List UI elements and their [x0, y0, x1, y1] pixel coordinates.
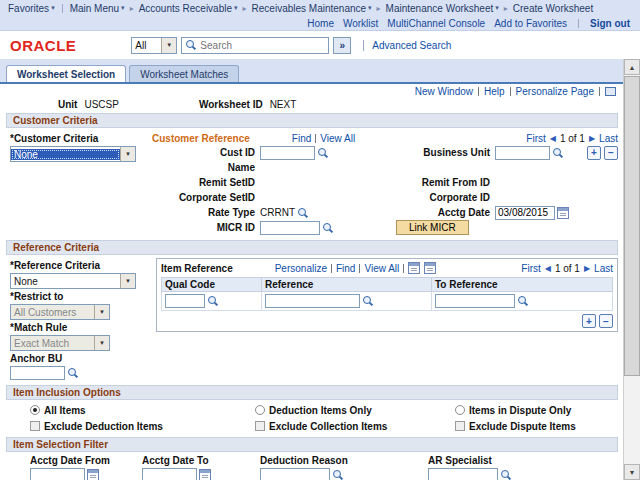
filter-labels-row: Acctg Date From Acctg Date To Deduction …: [0, 452, 640, 466]
acctg-date-from-input[interactable]: [30, 468, 85, 480]
first-link[interactable]: First: [521, 263, 540, 274]
customer-reference-title: Customer Reference: [152, 133, 250, 144]
new-window-link[interactable]: New Window: [415, 86, 473, 97]
breadcrumb-separator-icon: ▸: [377, 4, 381, 13]
add-row-button[interactable]: +: [587, 146, 601, 160]
previous-row-icon[interactable]: ◀: [545, 264, 551, 273]
last-link[interactable]: Last: [594, 263, 613, 274]
view-all-link[interactable]: View All: [320, 133, 355, 144]
page-indicator: 1 of 1: [555, 263, 580, 274]
scrollbar-thumb[interactable]: [624, 76, 640, 376]
cust-id-input[interactable]: [260, 146, 315, 160]
tab-worksheet-selection[interactable]: Worksheet Selection: [6, 65, 126, 82]
filter-fields-row: [0, 466, 640, 480]
tab-strip: Worksheet Selection Worksheet Matches: [0, 59, 640, 84]
unit-label: Unit: [58, 99, 77, 110]
delete-row-button[interactable]: −: [599, 314, 613, 328]
search-scope-select[interactable]: All ▼: [131, 37, 177, 54]
to-reference-input[interactable]: [435, 294, 515, 308]
scroll-down-icon[interactable]: ▼: [624, 464, 640, 480]
radio-items-in-dispute-only[interactable]: [455, 405, 465, 415]
qual-code-input[interactable]: [165, 294, 205, 308]
breadcrumb-main-menu[interactable]: Main Menu▾: [70, 3, 125, 14]
lookup-icon[interactable]: [517, 295, 529, 307]
find-link[interactable]: Find: [336, 263, 355, 274]
tab-worksheet-matches[interactable]: Worksheet Matches: [129, 65, 239, 82]
restrict-to-select[interactable]: All Customers ▼: [10, 304, 110, 320]
match-rule-select[interactable]: Exact Match ▼: [10, 335, 110, 351]
page-indicator: 1 of 1: [560, 133, 585, 144]
multichannel-console-link[interactable]: MultiChannel Console: [387, 18, 485, 29]
checkbox-exclude-collection-items[interactable]: [255, 421, 265, 431]
breadcrumb-receivables-maintenance[interactable]: Receivables Maintenance▾: [252, 3, 372, 14]
calendar-icon[interactable]: [87, 469, 99, 480]
link-micr-button[interactable]: Link MICR: [396, 220, 469, 235]
create-worksheet-page: Favorites▾ Main Menu▾ ▸ Accounts Receiva…: [0, 0, 640, 480]
customer-reference-toolbar: Find View All: [292, 133, 355, 144]
download-icon[interactable]: [424, 262, 436, 274]
calendar-icon[interactable]: [199, 469, 211, 480]
acctg-date-to-input[interactable]: [142, 468, 197, 480]
calendar-icon[interactable]: [557, 207, 569, 219]
anchor-bu-input[interactable]: [10, 366, 65, 380]
breadcrumb-maintenance-worksheet[interactable]: Maintenance Worksheet▾: [386, 3, 499, 14]
last-link[interactable]: Last: [599, 133, 618, 144]
micr-id-input[interactable]: [260, 221, 320, 235]
radio-deduction-items-only[interactable]: [255, 405, 265, 415]
lookup-icon[interactable]: [297, 207, 309, 219]
personalize-link[interactable]: Personalize: [275, 263, 327, 274]
lookup-icon[interactable]: [362, 295, 374, 307]
reference-criteria-select[interactable]: None ▼: [10, 273, 136, 289]
reference-criteria-left: *Reference Criteria None ▼ *Restrict to …: [10, 258, 152, 380]
lookup-icon[interactable]: [500, 469, 512, 480]
advanced-search-link[interactable]: Advanced Search: [363, 40, 451, 51]
search-go-button[interactable]: »: [333, 37, 351, 54]
grid-row-buttons: + −: [161, 314, 613, 328]
breadcrumb-favorites[interactable]: Favorites▾: [8, 3, 55, 14]
business-unit-input[interactable]: [495, 146, 550, 160]
micr-id-label: MICR ID: [152, 222, 260, 233]
add-row-button[interactable]: +: [582, 314, 596, 328]
customer-criteria-body: *Customer Criteria None ▼ Customer Refer…: [0, 128, 640, 238]
key-fields-row: Unit USCSP Worksheet ID NEXT: [0, 97, 640, 111]
sign-out-link[interactable]: Sign out: [590, 18, 630, 29]
lookup-icon[interactable]: [552, 147, 564, 159]
next-row-icon[interactable]: ▶: [589, 134, 595, 143]
checkbox-exclude-deduction-items[interactable]: [30, 421, 40, 431]
reference-input[interactable]: [265, 294, 360, 308]
view-all-link[interactable]: View All: [364, 263, 399, 274]
breadcrumb-accounts-receivable[interactable]: Accounts Receivable▾: [139, 3, 238, 14]
customer-criteria-select[interactable]: None ▼: [10, 146, 136, 162]
vertical-scrollbar[interactable]: ▲ ▼: [623, 59, 640, 480]
lookup-icon[interactable]: [332, 469, 344, 480]
grid-icon[interactable]: [408, 262, 420, 274]
radio-all-items[interactable]: [30, 405, 40, 415]
checkbox-exclude-dispute-items[interactable]: [455, 421, 465, 431]
search-input[interactable]: [200, 40, 325, 51]
copy-url-icon[interactable]: [605, 87, 616, 96]
field-row: Cust ID Business Unit + −: [152, 145, 618, 160]
lookup-icon[interactable]: [207, 295, 219, 307]
help-link[interactable]: Help: [484, 86, 505, 97]
scroll-up-icon[interactable]: ▲: [624, 59, 640, 75]
delete-row-button[interactable]: −: [604, 146, 618, 160]
previous-row-icon[interactable]: ◀: [550, 134, 556, 143]
reference-criteria-label: *Reference Criteria: [10, 260, 152, 271]
find-link[interactable]: Find: [292, 133, 311, 144]
search-icon: [185, 39, 197, 51]
field-row: MICR ID Link MICR: [152, 220, 618, 235]
ar-specialist-input[interactable]: [428, 468, 498, 480]
oracle-logo[interactable]: ORACLE: [10, 37, 76, 54]
first-link[interactable]: First: [526, 133, 545, 144]
lookup-icon[interactable]: [322, 222, 334, 234]
lookup-icon[interactable]: [317, 147, 329, 159]
add-to-favorites-link[interactable]: Add to Favorites: [494, 18, 567, 29]
acctg-date-input[interactable]: [495, 206, 555, 220]
checkbox-row: Exclude Deduction Items Exclude Collecti…: [0, 419, 640, 435]
next-row-icon[interactable]: ▶: [584, 264, 590, 273]
deduction-reason-input[interactable]: [260, 468, 330, 480]
lookup-icon[interactable]: [67, 367, 79, 379]
worklist-link[interactable]: Worklist: [343, 18, 378, 29]
personalize-page-link[interactable]: Personalize Page: [516, 86, 594, 97]
home-link[interactable]: Home: [307, 18, 334, 29]
